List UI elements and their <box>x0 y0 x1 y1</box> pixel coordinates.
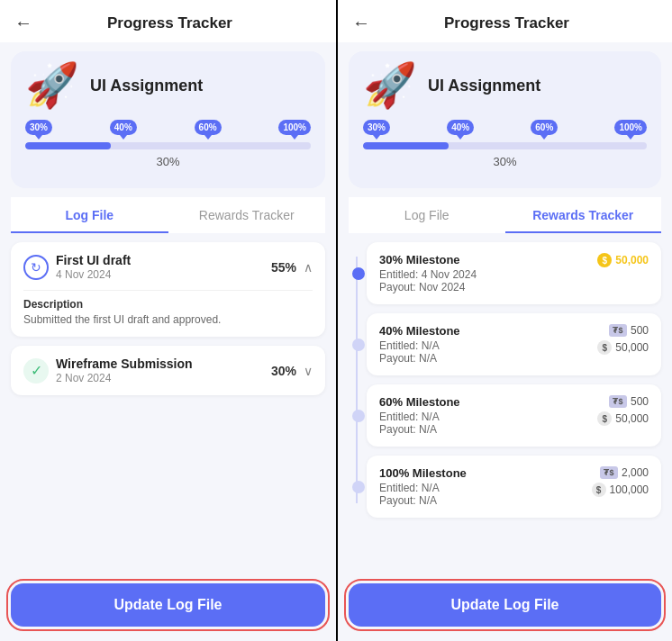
log-description-text-1: Submitted the first UI draft and approve… <box>23 313 313 326</box>
assignment-top-left: 🚀 UI Assignment <box>25 64 311 107</box>
cash-value-3: 100,000 <box>610 483 649 496</box>
milestone-markers-left: 30% 40% 60% 100% <box>25 120 311 135</box>
milestone-40-left: 40% <box>110 120 137 135</box>
reward-cash-2: $ 50,000 <box>597 411 649 426</box>
reward-inner-2: 60% Milestone Entitled: N/A Payout: N/A … <box>379 395 649 436</box>
log-entry-date-2: 2 Nov 2024 <box>56 372 193 384</box>
tab-rewards-left[interactable]: Rewards Tracker <box>168 197 326 233</box>
reward-milestone-0: 30% Milestone <box>379 253 597 266</box>
cash-value-0: 50,000 <box>615 254 649 266</box>
log-entry-2: ✓ Wireframe Submission 2 Nov 2024 30% ∨ <box>11 346 325 395</box>
token-value-2: 500 <box>631 395 649 408</box>
milestone-100-right: 100% <box>614 120 647 135</box>
cash-icon-2: $ <box>597 411 612 426</box>
milestone-30-left: 30% <box>25 120 52 135</box>
log-entry-left-2: ✓ Wireframe Submission 2 Nov 2024 <box>23 357 193 384</box>
log-entry-header-2: ✓ Wireframe Submission 2 Nov 2024 30% ∨ <box>23 357 313 384</box>
cash-icon-3: $ <box>592 483 606 497</box>
reward-cash-0: $ 50,000 <box>597 253 649 267</box>
cash-icon-gold-0: $ <box>597 253 612 267</box>
header-right: ← Progress Tracker <box>338 0 672 42</box>
tab-log-file-left[interactable]: Log File <box>11 197 168 233</box>
tabs-right: Log File Rewards Tracker <box>349 197 661 233</box>
log-description-label-1: Description <box>23 298 313 311</box>
token-value-3: 2,000 <box>622 466 649 479</box>
tab-rewards-right[interactable]: Rewards Tracker <box>505 197 662 233</box>
log-entry-header-1: ↻ First UI draft 4 Nov 2024 55% ∧ <box>23 253 313 281</box>
assignment-card-left: 🚀 UI Assignment 30% 40% 60% 100% 30% <box>11 51 325 188</box>
reward-payout-1: Payout: N/A <box>379 352 597 365</box>
milestone-60-left: 60% <box>195 120 222 135</box>
update-log-btn-left[interactable]: Update Log File <box>11 583 325 627</box>
reward-milestone-3: 100% Milestone <box>379 466 592 480</box>
reward-dot-0 <box>352 267 365 280</box>
reward-inner-0: 30% Milestone Entitled: 4 Nov 2024 Payou… <box>379 253 649 293</box>
log-content-area: ↻ First UI draft 4 Nov 2024 55% ∧ Descri… <box>0 233 336 574</box>
rewards-panel: ← Progress Tracker 🚀 UI Assignment 30% 4… <box>336 0 672 641</box>
log-entry-info-2: Wireframe Submission 2 Nov 2024 <box>56 357 193 384</box>
progress-bar-fill-right <box>363 142 449 149</box>
log-percent-2: 30% <box>271 364 296 378</box>
progress-bar-track-right <box>363 142 647 149</box>
log-entry-right-2[interactable]: 30% ∨ <box>271 364 313 378</box>
reward-inner-1: 40% Milestone Entitled: N/A Payout: N/A … <box>379 324 649 365</box>
reward-cash-3: $ 100,000 <box>592 483 649 497</box>
chevron-down-2: ∨ <box>304 364 313 378</box>
rewards-content-area: 30% Milestone Entitled: 4 Nov 2024 Payou… <box>338 233 672 574</box>
milestone-40-right: 40% <box>447 120 474 135</box>
page-title-left: Progress Tracker <box>40 14 300 32</box>
progress-label-right: 30% <box>363 155 647 168</box>
progress-label-left: 30% <box>25 155 311 168</box>
log-percent-1: 55% <box>271 260 296 275</box>
reward-item-2: 60% Milestone Entitled: N/A Payout: N/A … <box>367 384 661 447</box>
rewards-list: 30% Milestone Entitled: 4 Nov 2024 Payou… <box>349 242 661 518</box>
assignment-title-left: UI Assignment <box>90 77 203 95</box>
log-entry-name-2: Wireframe Submission <box>56 357 193 371</box>
reward-cash-1: $ 50,000 <box>597 340 649 355</box>
reward-entitled-2: Entitled: N/A <box>379 411 597 423</box>
reward-amounts-1: ₮$ 500 $ 50,000 <box>597 324 649 355</box>
bottom-btn-area-left: Update Log File <box>0 574 336 641</box>
progress-bar-track-left <box>25 142 311 149</box>
page-title-right: Progress Tracker <box>377 14 636 32</box>
reward-amounts-0: $ 50,000 <box>597 253 649 267</box>
progress-container-left: 30% 40% 60% 100% 30% <box>25 120 311 168</box>
progress-container-right: 30% 40% 60% 100% 30% <box>363 120 647 168</box>
assignment-card-right: 🚀 UI Assignment 30% 40% 60% 100% 30% <box>349 51 661 188</box>
assignment-title-right: UI Assignment <box>428 77 540 95</box>
back-button-right[interactable]: ← <box>352 13 370 33</box>
milestone-30-right: 30% <box>363 120 390 135</box>
rocket-icon-left: 🚀 <box>25 64 79 107</box>
reward-info-1: 40% Milestone Entitled: N/A Payout: N/A <box>379 324 597 365</box>
tab-log-file-right[interactable]: Log File <box>349 197 505 233</box>
token-icon-1: ₮$ <box>609 324 627 337</box>
token-icon-2: ₮$ <box>609 395 627 408</box>
back-button-left[interactable]: ← <box>14 13 32 33</box>
milestone-100-left: 100% <box>278 120 311 135</box>
cash-icon-1: $ <box>597 340 612 355</box>
reward-payout-0: Payout: Nov 2024 <box>379 281 597 293</box>
log-entry-info-1: First UI draft 4 Nov 2024 <box>56 253 131 281</box>
reward-entitled-0: Entitled: 4 Nov 2024 <box>379 268 597 281</box>
log-entry-left-1: ↻ First UI draft 4 Nov 2024 <box>23 253 131 281</box>
update-log-btn-right[interactable]: Update Log File <box>349 583 661 627</box>
reward-dot-1 <box>352 339 365 351</box>
reward-milestone-2: 60% Milestone <box>379 395 597 409</box>
reward-amounts-3: ₮$ 2,000 $ 100,000 <box>592 466 649 497</box>
reward-info-2: 60% Milestone Entitled: N/A Payout: N/A <box>379 395 597 436</box>
reward-token-2: ₮$ 500 <box>609 395 649 408</box>
log-entry-1: ↻ First UI draft 4 Nov 2024 55% ∧ Descri… <box>11 242 325 337</box>
reward-dot-2 <box>352 410 365 422</box>
bottom-btn-area-right: Update Log File <box>338 574 672 641</box>
reward-info-3: 100% Milestone Entitled: N/A Payout: N/A <box>379 466 592 507</box>
check-icon-2: ✓ <box>23 358 49 384</box>
log-entry-right-1[interactable]: 55% ∧ <box>271 260 313 275</box>
cash-value-1: 50,000 <box>615 341 649 354</box>
milestone-markers-right: 30% 40% 60% 100% <box>363 120 647 135</box>
reward-payout-3: Payout: N/A <box>379 494 592 507</box>
reward-entitled-1: Entitled: N/A <box>379 339 597 352</box>
history-icon-1: ↻ <box>23 255 49 280</box>
reward-info-0: 30% Milestone Entitled: 4 Nov 2024 Payou… <box>379 253 597 293</box>
tabs-left: Log File Rewards Tracker <box>11 197 325 233</box>
assignment-top-right: 🚀 UI Assignment <box>363 64 647 107</box>
